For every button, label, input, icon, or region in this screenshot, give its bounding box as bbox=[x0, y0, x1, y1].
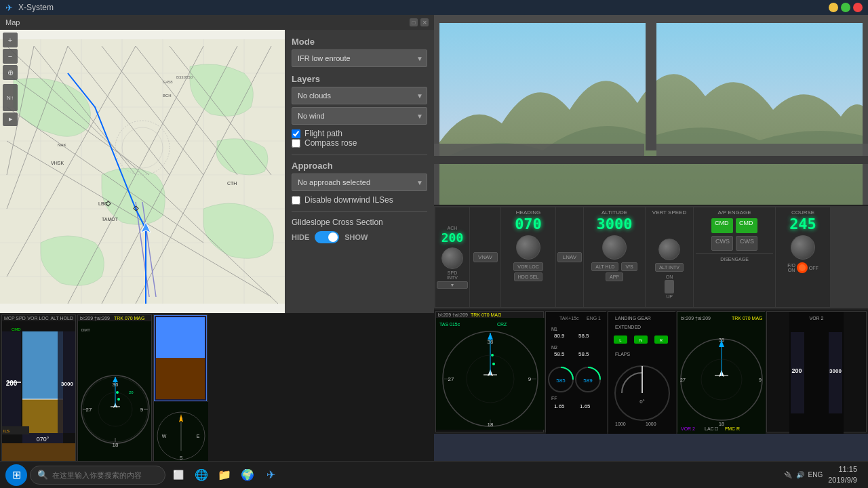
vert-speed-knob[interactable] bbox=[658, 239, 680, 260]
map-area[interactable]: + − ⊕ N↑ ▶ bbox=[0, 30, 285, 313]
vert-buttons: ALT INTV bbox=[655, 263, 684, 272]
right-info-panel: 200 3000 VOR 2 bbox=[766, 311, 867, 432]
mcp-spd-intv-btn[interactable]: ▼ bbox=[437, 281, 468, 289]
svg-text:CTH: CTH bbox=[227, 181, 237, 186]
map-panel: Map □ ✕ + − ⊕ N↑ ▶ bbox=[0, 15, 434, 488]
search-input[interactable] bbox=[52, 471, 158, 479]
app-button[interactable]: APP bbox=[606, 272, 623, 281]
course-section: COURSE 245 F/OON OFF bbox=[776, 207, 830, 307]
center-button[interactable]: ⊕ bbox=[3, 65, 18, 80]
disable-ils-checkbox[interactable] bbox=[292, 196, 300, 205]
explorer-icon[interactable]: 📁 bbox=[214, 465, 235, 485]
svg-text:BCH: BCH bbox=[163, 94, 172, 98]
svg-text:3000: 3000 bbox=[61, 381, 73, 387]
glideslope-toggle-row: HIDE SHOW bbox=[292, 231, 427, 243]
compass-rose-row: Compass rose bbox=[292, 138, 427, 148]
svg-text:9: 9 bbox=[528, 376, 532, 382]
map-title: Map bbox=[5, 18, 20, 26]
course-knob[interactable] bbox=[791, 235, 815, 260]
svg-text:CRZ: CRZ bbox=[497, 322, 507, 327]
cws-b-button[interactable]: CWS bbox=[736, 236, 757, 251]
browser-icon[interactable]: 🌍 bbox=[237, 465, 258, 485]
north-up-button[interactable]: N↑ bbox=[3, 84, 18, 111]
fo-on-section: F/OON OFF bbox=[787, 262, 818, 273]
vert-switch: ON UP bbox=[665, 274, 674, 299]
svg-text:VHSK: VHSK bbox=[51, 161, 64, 165]
svg-text:E: E bbox=[197, 434, 200, 439]
close-button[interactable]: ✕ bbox=[853, 3, 863, 12]
ie-icon[interactable]: 🌐 bbox=[191, 465, 212, 485]
svg-rect-90 bbox=[863, 15, 868, 205]
alt-hold-button[interactable]: ALT HLD bbox=[591, 262, 618, 271]
vert-switch-knob[interactable] bbox=[665, 280, 674, 293]
lnav-button[interactable]: LNAV bbox=[557, 252, 582, 262]
map-maximize-button[interactable]: □ bbox=[410, 18, 418, 26]
compass-rose-label[interactable]: Compass rose bbox=[304, 138, 357, 148]
time-display: 11:15 bbox=[828, 464, 857, 474]
svg-rect-87 bbox=[646, 15, 656, 150]
svg-text:80.9: 80.9 bbox=[554, 333, 565, 339]
task-view-button[interactable]: ⬜ bbox=[168, 465, 189, 485]
start-button[interactable]: ⊞ bbox=[5, 464, 27, 486]
compass-rose-checkbox[interactable] bbox=[292, 139, 300, 148]
svg-text:18: 18 bbox=[719, 422, 724, 426]
svg-rect-92 bbox=[656, 144, 868, 157]
flight-path-label[interactable]: Flight path bbox=[304, 129, 342, 138]
layers-label: Layers bbox=[292, 74, 427, 84]
disable-ils-label[interactable]: Disable downwind ILSes bbox=[304, 195, 393, 205]
show-label: SHOW bbox=[344, 233, 368, 241]
alt-intv-button[interactable]: ALT INTV bbox=[655, 263, 684, 272]
vs-button[interactable]: V/S bbox=[621, 262, 637, 271]
svg-text:VOR 2: VOR 2 bbox=[809, 316, 823, 321]
vor-loc-button[interactable]: VOR LOC bbox=[513, 262, 543, 271]
flight-path-checkbox[interactable] bbox=[292, 129, 300, 138]
svg-text:3000: 3000 bbox=[829, 368, 842, 374]
window-controls: — □ ✕ bbox=[829, 3, 863, 12]
glideslope-toggle[interactable] bbox=[315, 231, 339, 243]
course-label: COURSE bbox=[791, 209, 814, 216]
hdg-sel-button[interactable]: HDG SEL bbox=[514, 272, 543, 281]
altitude-knob[interactable] bbox=[602, 235, 627, 260]
heading-knob[interactable] bbox=[516, 235, 540, 260]
map-title-bar: Map □ ✕ bbox=[0, 15, 434, 30]
cmd-a-button[interactable]: CMD bbox=[711, 218, 733, 233]
nd2-heading: TRK 070 MAG bbox=[471, 312, 502, 317]
approach-dropdown[interactable]: No approach selected bbox=[292, 174, 427, 191]
zoom-in-button[interactable]: + bbox=[3, 33, 18, 47]
cockpit-sky bbox=[434, 15, 868, 205]
mcp-speed-knob[interactable] bbox=[441, 247, 463, 269]
map-svg: VHSK LBC TAMOT CTH NHK BCH bbox=[0, 30, 285, 313]
taskbar-search-box[interactable]: 🔍 bbox=[30, 466, 165, 485]
svg-text:bl:209 †al:209: bl:209 †al:209 bbox=[681, 316, 711, 321]
zoom-out-button[interactable]: − bbox=[3, 49, 18, 64]
cws-buttons: CWS CWS bbox=[696, 236, 773, 251]
maximize-button[interactable]: □ bbox=[841, 3, 850, 12]
cockpit-view: ACH 200 SPDINTV ▼ VNAV HEADING 070 VOR L… bbox=[434, 15, 868, 488]
clock-widget: 11:15 2019/9/9 bbox=[828, 464, 863, 485]
clouds-dropdown[interactable]: No clouds bbox=[292, 87, 427, 104]
pfd-vor-loc: VOR LOC bbox=[27, 316, 49, 321]
cws-a-button[interactable]: CWS bbox=[711, 236, 733, 251]
svg-text:TAK+15c: TAK+15c bbox=[559, 316, 579, 321]
xplane-icon[interactable]: ✈ bbox=[260, 465, 281, 485]
map-content: + − ⊕ N↑ ▶ bbox=[0, 30, 434, 313]
svg-text:ILS: ILS bbox=[3, 429, 9, 433]
wind-dropdown[interactable]: No wind bbox=[292, 107, 427, 125]
vnav-button[interactable]: VNAV bbox=[473, 252, 498, 262]
mode-dropdown[interactable]: IFR low enroute bbox=[292, 49, 427, 67]
vnav-section: VNAV bbox=[470, 207, 500, 307]
svg-rect-88 bbox=[434, 15, 868, 23]
svg-text:27: 27 bbox=[680, 378, 686, 382]
approach-dropdown-wrapper: No approach selected ▼ bbox=[292, 174, 427, 191]
map-nav-buttons: + − ⊕ N↑ ▶ bbox=[3, 33, 18, 126]
track-up-button[interactable]: ▶ bbox=[3, 113, 18, 126]
cmd-b-button[interactable]: CMD bbox=[736, 218, 757, 233]
off-label: OFF bbox=[809, 266, 818, 270]
svg-text:58.5: 58.5 bbox=[554, 351, 565, 357]
minimize-button[interactable]: — bbox=[829, 3, 838, 12]
title-bar: ✈ X-System — □ ✕ bbox=[0, 0, 868, 15]
svg-point-109 bbox=[492, 363, 495, 365]
ap-engage-section: A/P ENGAGE CMD CMD CWS CWS DISENGAGE bbox=[694, 207, 775, 307]
hide-label: HIDE bbox=[292, 233, 309, 241]
map-close-button[interactable]: ✕ bbox=[420, 18, 429, 26]
